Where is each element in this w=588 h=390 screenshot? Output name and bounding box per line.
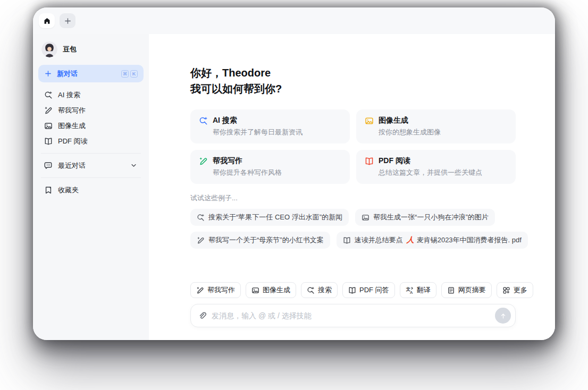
card-desc: 总结这篇文章，并提供一些关键点 bbox=[379, 168, 507, 177]
bookmark-icon bbox=[44, 186, 53, 194]
shortcut-badge: ⌘ K bbox=[121, 70, 138, 78]
book-icon bbox=[343, 236, 351, 244]
new-chat-button[interactable]: 新对话 ⌘ K bbox=[38, 65, 144, 82]
sidebar-item-ai-search[interactable]: AI 搜索 bbox=[38, 87, 144, 103]
sidebar-item-label: PDF 阅读 bbox=[58, 137, 88, 146]
greeting-line2: 我可以如何帮到你? bbox=[190, 81, 516, 97]
skill-label: 网页摘要 bbox=[458, 285, 486, 295]
new-chat-label: 新对话 bbox=[57, 69, 78, 79]
search-icon bbox=[199, 116, 208, 125]
pdf-attachment: 人 麦肯锡2023年中国消费者报告. pdf bbox=[407, 235, 522, 245]
search-icon bbox=[197, 214, 205, 222]
sidebar-item-write[interactable]: 帮我写作 bbox=[38, 103, 144, 118]
tab-bar bbox=[33, 7, 555, 34]
chip-label: 帮我生成一张“一只小狗在冲浪”的图片 bbox=[373, 213, 489, 222]
app-window: 豆包 新对话 ⌘ K AI 搜索 帮我写作 图像生成 bbox=[33, 7, 555, 340]
greeting-line1: 你好，Theodore bbox=[190, 65, 516, 81]
page-icon bbox=[447, 286, 455, 294]
grid-more-icon bbox=[502, 286, 510, 294]
image-icon bbox=[365, 116, 374, 125]
card-write[interactable]: 帮我写作 帮你提升各种写作风格 bbox=[190, 150, 350, 184]
window-body: 豆包 新对话 ⌘ K AI 搜索 帮我写作 图像生成 bbox=[33, 34, 555, 340]
example-chip-row: 搜索关于“苹果下一任 CEO 浮出水面”的新闻 帮我生成一张“一只小狗在冲浪”的… bbox=[190, 209, 516, 226]
chip-label: 帮我写一个关于“母亲节”的小红书文案 bbox=[208, 235, 324, 245]
card-title: PDF 阅读 bbox=[379, 156, 410, 166]
card-head: 帮我写作 bbox=[199, 156, 341, 166]
send-button[interactable] bbox=[495, 308, 511, 324]
skill-label: PDF 问答 bbox=[359, 285, 389, 295]
skill-label: 搜索 bbox=[318, 285, 332, 295]
chip-label: 速读并总结要点 bbox=[355, 235, 403, 245]
skill-label: 图像生成 bbox=[263, 285, 290, 295]
image-icon bbox=[362, 214, 369, 222]
plus-icon bbox=[64, 17, 72, 25]
feature-cards: AI 搜索 帮你搜索并了解每日最新资讯 图像生成 按你的想象生成图像 bbox=[190, 109, 516, 184]
cmd-key: ⌘ bbox=[121, 70, 129, 78]
card-title: 图像生成 bbox=[379, 116, 408, 125]
card-title: AI 搜索 bbox=[213, 116, 237, 125]
plus-icon bbox=[44, 70, 52, 78]
write-icon bbox=[196, 286, 204, 294]
card-pdf-read[interactable]: PDF 阅读 总结这篇文章，并提供一些关键点 bbox=[356, 150, 516, 184]
sidebar-item-label: 帮我写作 bbox=[58, 106, 86, 115]
example-chip-summarize-pdf[interactable]: 速读并总结要点 人 麦肯锡2023年中国消费者报告. pdf bbox=[337, 232, 528, 249]
sidebar-item-image-gen[interactable]: 图像生成 bbox=[38, 118, 144, 133]
book-icon bbox=[365, 157, 374, 166]
sidebar-item-label: 最近对话 bbox=[58, 161, 86, 171]
sidebar-divider bbox=[41, 177, 141, 178]
svg-text:A: A bbox=[410, 290, 413, 294]
tab-home[interactable] bbox=[39, 13, 55, 28]
image-icon bbox=[251, 286, 259, 294]
chip-label: 搜索关于“苹果下一任 CEO 浮出水面”的新闻 bbox=[208, 213, 342, 222]
sidebar-item-label: 收藏夹 bbox=[58, 185, 79, 195]
sidebar-item-pdf-read[interactable]: PDF 阅读 bbox=[38, 133, 144, 149]
sidebar-item-label: 图像生成 bbox=[58, 121, 86, 131]
home-icon bbox=[43, 17, 51, 25]
k-key: K bbox=[130, 70, 138, 78]
skill-more[interactable]: 更多 bbox=[497, 282, 533, 298]
main-content: 你好，Theodore 我可以如何帮到你? AI 搜索 帮你搜索并了解每日最新资… bbox=[190, 34, 516, 249]
card-title: 帮我写作 bbox=[213, 156, 242, 166]
skill-image-gen[interactable]: 图像生成 bbox=[246, 282, 296, 298]
message-input[interactable] bbox=[212, 311, 490, 320]
sidebar-item-favorites[interactable]: 收藏夹 bbox=[38, 182, 144, 198]
card-head: AI 搜索 bbox=[199, 116, 341, 125]
profile-name: 豆包 bbox=[63, 45, 77, 54]
skill-label: 帮我写作 bbox=[207, 285, 235, 295]
skill-label: 更多 bbox=[514, 285, 527, 295]
skill-translate[interactable]: 文A 翻译 bbox=[400, 282, 436, 298]
book-icon bbox=[348, 286, 356, 294]
sidebar-item-label: AI 搜索 bbox=[58, 90, 80, 100]
example-chip-generate-image[interactable]: 帮我生成一张“一只小狗在冲浪”的图片 bbox=[355, 209, 495, 226]
book-icon bbox=[44, 137, 53, 146]
sidebar-item-recent-chats[interactable]: 最近对话 bbox=[38, 158, 144, 173]
write-icon bbox=[199, 157, 208, 166]
attachment-name: 麦肯锡2023年中国消费者报告. pdf bbox=[417, 235, 522, 245]
example-chip-write-post[interactable]: 帮我写一个关于“母亲节”的小红书文案 bbox=[190, 232, 330, 249]
card-head: PDF 阅读 bbox=[365, 156, 507, 166]
spacer bbox=[149, 249, 555, 282]
skill-label: 翻译 bbox=[417, 285, 431, 295]
main-area: 你好，Theodore 我可以如何帮到你? AI 搜索 帮你搜索并了解每日最新资… bbox=[149, 34, 555, 340]
chevron-down-icon[interactable] bbox=[130, 162, 138, 169]
profile-row[interactable]: 豆包 bbox=[38, 40, 144, 65]
card-desc: 帮你提升各种写作风格 bbox=[213, 168, 341, 177]
message-input-bar bbox=[190, 304, 516, 327]
card-image-gen[interactable]: 图像生成 按你的想象生成图像 bbox=[356, 109, 516, 143]
skill-web-summary[interactable]: 网页摘要 bbox=[441, 282, 492, 298]
arrow-up-icon bbox=[499, 312, 507, 320]
sidebar: 豆包 新对话 ⌘ K AI 搜索 帮我写作 图像生成 bbox=[33, 34, 149, 340]
card-ai-search[interactable]: AI 搜索 帮你搜索并了解每日最新资讯 bbox=[190, 109, 350, 143]
pdf-file-icon: 人 bbox=[407, 235, 414, 245]
skill-write[interactable]: 帮我写作 bbox=[190, 282, 241, 298]
skill-pdf-qa[interactable]: PDF 问答 bbox=[342, 282, 395, 298]
image-icon bbox=[44, 122, 53, 130]
translate-icon: 文A bbox=[406, 286, 414, 294]
new-tab-button[interactable] bbox=[60, 13, 75, 28]
write-icon bbox=[44, 106, 53, 115]
write-icon bbox=[197, 236, 205, 244]
example-chip-search-news[interactable]: 搜索关于“苹果下一任 CEO 浮出水面”的新闻 bbox=[190, 209, 349, 226]
paperclip-icon[interactable] bbox=[198, 311, 206, 320]
card-desc: 按你的想象生成图像 bbox=[379, 128, 507, 137]
skill-search[interactable]: 搜索 bbox=[301, 282, 338, 298]
